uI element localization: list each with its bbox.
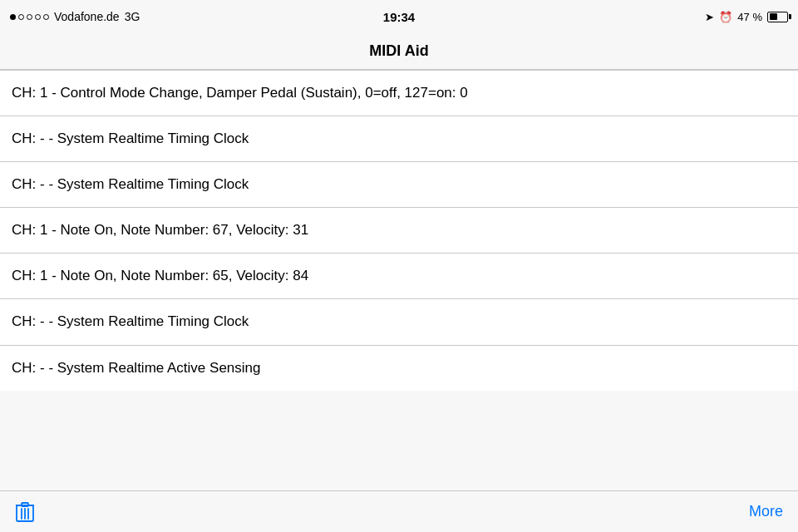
list-item: CH: 1 - Note On, Note Number: 65, Veloci…	[0, 254, 798, 299]
list-item: CH: - - System Realtime Timing Clock	[0, 299, 798, 345]
battery-fill	[770, 13, 777, 20]
status-right: ➤ ⏰ 47 %	[705, 11, 788, 23]
battery-icon	[767, 12, 788, 22]
network-type: 3G	[125, 10, 140, 23]
delete-button[interactable]	[15, 501, 35, 523]
list-item: CH: 1 - Note On, Note Number: 67, Veloci…	[0, 208, 798, 254]
alarm-icon: ⏰	[719, 11, 732, 23]
dot-3	[27, 14, 32, 20]
list-item: CH: - - System Realtime Timing Clock	[0, 116, 798, 162]
list-item: CH: - - System Realtime Active Sensing	[0, 346, 798, 391]
more-button[interactable]: More	[749, 503, 783, 520]
dot-5	[43, 14, 49, 20]
carrier-name: Vodafone.de	[54, 10, 120, 23]
list-item: CH: - - System Realtime Timing Clock	[0, 162, 798, 208]
dot-2	[18, 14, 24, 20]
dot-4	[35, 14, 41, 20]
nav-title: MIDI Aid	[369, 42, 428, 60]
battery-percent: 47 %	[737, 11, 762, 23]
trash-icon	[16, 501, 34, 523]
list-item: CH: 1 - Control Mode Change, Damper Peda…	[0, 71, 798, 116]
status-bar: Vodafone.de 3G 19:34 ➤ ⏰ 47 %	[0, 0, 798, 33]
dot-1	[10, 14, 16, 20]
location-icon: ➤	[705, 11, 714, 23]
midi-list: CH: 1 - Control Mode Change, Damper Peda…	[0, 70, 798, 391]
toolbar: More	[0, 490, 798, 532]
carrier-info: Vodafone.de 3G	[10, 10, 140, 23]
signal-dots	[10, 14, 49, 20]
nav-bar: MIDI Aid	[0, 33, 798, 70]
status-time: 19:34	[383, 10, 415, 24]
